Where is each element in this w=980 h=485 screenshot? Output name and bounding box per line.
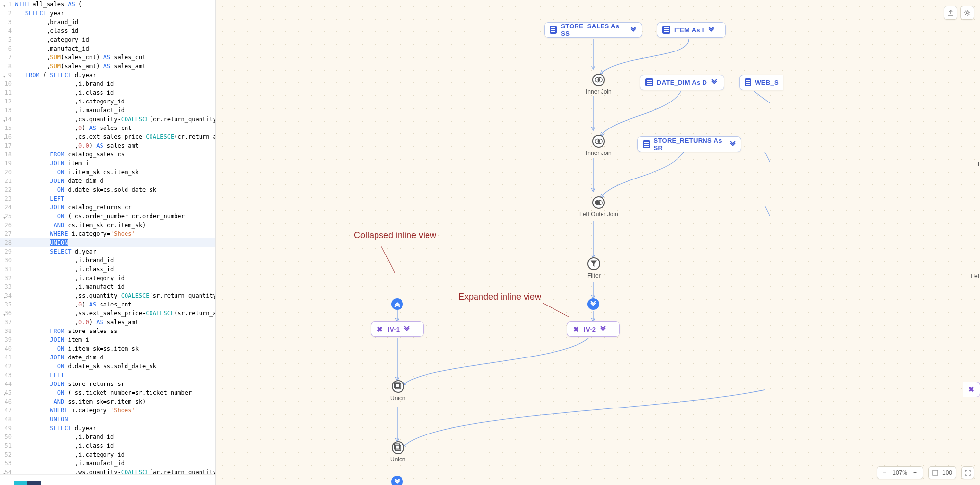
table-node-item[interactable]: ITEM As I	[657, 22, 726, 38]
code-line[interactable]: 51 ,i.class_id	[0, 441, 215, 450]
code-line[interactable]: 27 WHERE i.category='Shoes'	[0, 230, 215, 238]
code-line[interactable]: 54▾ ,ws.quantity-COALESCE(wr.return_quan…	[0, 468, 215, 474]
inline-view-node-iv2[interactable]: ✖ IV-2	[567, 321, 620, 337]
expand-up-button[interactable]	[391, 298, 403, 310]
code-line[interactable]: 50 ,i.brand_id	[0, 433, 215, 441]
union-node-1[interactable]: Union	[390, 380, 405, 402]
zoom-fit-control[interactable]: 100	[928, 466, 956, 479]
chevron-down-icon[interactable]	[630, 26, 637, 33]
code-line[interactable]: 21 JOIN date_dim d	[0, 177, 215, 185]
code-line[interactable]: 41 JOIN date_dim d	[0, 353, 215, 362]
code-line[interactable]: 31 ,i.class_id	[0, 265, 215, 274]
code-line[interactable]: 11 ,i.class_id	[0, 88, 215, 97]
code-line[interactable]: 22 ON d.date_sk=cs.sold_date_sk	[0, 185, 215, 194]
code-line[interactable]: 17 ,0.0) AS sales_amt	[0, 141, 215, 150]
code-line[interactable]: 5 ,category_id	[0, 35, 215, 44]
filter-node[interactable]: Filter	[587, 257, 601, 279]
code-editor[interactable]: 1▾WITH all_sales AS (2 SELECT year3 ,bra…	[0, 0, 215, 474]
code-line[interactable]: 28 UNION	[0, 238, 215, 247]
inner-join-icon	[592, 135, 605, 148]
code-line[interactable]: 12 ,i.category_id	[0, 97, 215, 106]
code-line[interactable]: 13 ,i.manufact_id	[0, 106, 215, 115]
code-line[interactable]: 7 ,SUM(sales_cnt) AS sales_cnt	[0, 53, 215, 62]
code-line[interactable]: 15 ,0) AS sales_cnt	[0, 124, 215, 132]
node-label: STORE_SALES As SS	[561, 23, 627, 37]
code-line[interactable]: 30 ,i.brand_id	[0, 256, 215, 265]
code-line[interactable]: 42 ON d.date_sk=ss.sold_date_sk	[0, 362, 215, 371]
table-icon	[745, 78, 751, 86]
inline-view-node-clipped[interactable]: ✖	[963, 382, 980, 397]
code-line[interactable]: 39 JOIN item i	[0, 335, 215, 344]
code-line[interactable]: 35 ,0) AS sales_cnt	[0, 300, 215, 309]
table-node-store-returns[interactable]: STORE_RETURNS As SR	[637, 136, 741, 152]
code-line[interactable]: 53 ,i.manufact_id	[0, 459, 215, 468]
inner-join-icon	[592, 74, 605, 86]
code-line[interactable]: 19 JOIN item i	[0, 159, 215, 168]
code-line[interactable]: 46 AND ss.item_sk=sr.item_sk)	[0, 397, 215, 406]
code-line[interactable]: 3 ,brand_id	[0, 18, 215, 26]
inline-view-node-iv1[interactable]: ✖ IV-1	[371, 321, 424, 337]
diagram-toolbar	[944, 6, 974, 20]
code-line[interactable]: 29 SELECT d.year	[0, 247, 215, 256]
table-node-store-sales[interactable]: STORE_SALES As SS	[544, 22, 642, 38]
code-line[interactable]: 40 ON i.item_sk=ss.item_sk	[0, 344, 215, 353]
filter-label: Filter	[587, 272, 601, 279]
code-line[interactable]: 9▾ FROM ( SELECT d.year	[0, 71, 215, 79]
expand-down-button[interactable]	[587, 298, 599, 310]
table-icon	[645, 78, 653, 86]
chevron-down-icon[interactable]	[711, 79, 718, 86]
code-line[interactable]: 44 JOIN store_returns sr	[0, 380, 215, 388]
chevron-down-icon[interactable]	[729, 141, 736, 148]
code-line[interactable]: 18 FROM catalog_sales cs	[0, 150, 215, 159]
code-line[interactable]: 52 ,i.category_id	[0, 450, 215, 459]
code-line[interactable]: 43 LEFT	[0, 371, 215, 380]
code-line[interactable]: 33 ,i.manufact_id	[0, 282, 215, 291]
code-line[interactable]: 10 ,i.brand_id	[0, 79, 215, 88]
code-line[interactable]: 34▾ ,ss.quantity-COALESCE(sr.return_quan…	[0, 291, 215, 300]
join-node-left-outer[interactable]: Left Outer Join	[579, 196, 618, 218]
code-line[interactable]: 6 ,manufact_id	[0, 44, 215, 53]
editor-footer	[0, 474, 215, 485]
chevron-down-icon[interactable]	[403, 326, 410, 332]
code-line[interactable]: 26 AND cs.item_sk=cr.item_sk)	[0, 221, 215, 230]
join-node-inner-1[interactable]: Inner Join	[586, 74, 612, 95]
code-line[interactable]: 23 LEFT	[0, 194, 215, 203]
code-line[interactable]: 14▾ ,cs.quantity-COALESCE(cr.return_quan…	[0, 115, 215, 124]
code-line[interactable]: 4 ,class_id	[0, 26, 215, 35]
code-line[interactable]: 47 WHERE i.category='Shoes'	[0, 406, 215, 415]
table-icon	[662, 26, 670, 34]
code-line[interactable]: 1▾WITH all_sales AS (	[0, 0, 215, 9]
fullscreen-button[interactable]	[961, 466, 974, 479]
code-line[interactable]: 49 SELECT d.year	[0, 424, 215, 433]
code-line[interactable]: 45▾ ON ( ss.ticket_number=sr.ticket_numb…	[0, 388, 215, 397]
code-line[interactable]: 36▾ ,ss.ext_sales_price-COALESCE(sr.retu…	[0, 309, 215, 318]
table-node-web-clipped[interactable]: WEB_S	[739, 75, 783, 90]
zoom-in-button[interactable]: +	[911, 469, 919, 476]
footer-tab-active[interactable]	[14, 481, 27, 485]
code-line[interactable]: 38 FROM store_sales ss	[0, 327, 215, 335]
chevron-down-icon[interactable]	[708, 26, 715, 33]
settings-button[interactable]	[960, 6, 974, 20]
chevron-down-icon[interactable]	[600, 326, 606, 332]
code-line[interactable]: 2 SELECT year	[0, 9, 215, 18]
code-line[interactable]: 24 JOIN catalog_returns cr	[0, 203, 215, 212]
union-node-2[interactable]: Union	[390, 441, 405, 463]
svg-rect-9	[394, 444, 399, 449]
code-line[interactable]: 25▾ ON ( cs.order_number=cr.order_number	[0, 212, 215, 221]
zoom-out-button[interactable]: −	[881, 469, 888, 476]
code-line[interactable]: 16▾ ,cs.ext_sales_price-COALESCE(cr.retu…	[0, 132, 215, 141]
code-line[interactable]: 48 UNION	[0, 415, 215, 424]
footer-tab-dark[interactable]	[27, 481, 41, 485]
table-node-date-dim[interactable]: DATE_DIM As D	[640, 75, 724, 90]
code-line[interactable]: 32 ,i.category_id	[0, 274, 215, 282]
export-button[interactable]	[944, 6, 957, 20]
join-node-inner-2[interactable]: Inner Join	[586, 135, 612, 156]
expand-down-button-2[interactable]	[391, 476, 403, 485]
code-line[interactable]: 8 ,SUM(sales_amt) AS sales_amt	[0, 62, 215, 71]
footer-tab-1[interactable]	[0, 481, 14, 485]
diagram-canvas[interactable]: STORE_SALES As SS ITEM As I DATE_DIM As …	[216, 0, 980, 485]
code-line[interactable]: 20 ON i.item_sk=cs.item_sk	[0, 168, 215, 177]
union-icon	[392, 441, 404, 454]
union-icon	[392, 380, 404, 393]
code-line[interactable]: 37 ,0.0) AS sales_amt	[0, 318, 215, 327]
